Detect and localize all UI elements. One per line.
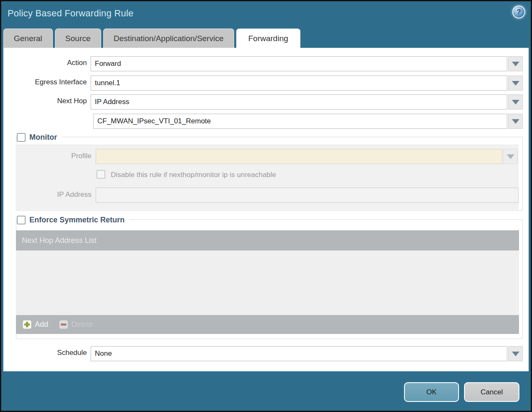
help-glyph: ? xyxy=(516,8,521,16)
next-hop-address-dropdown-button[interactable] xyxy=(508,114,523,129)
action-value[interactable]: Forward xyxy=(91,56,507,71)
tab-source[interactable]: Source xyxy=(55,29,101,48)
schedule-value[interactable]: None xyxy=(91,346,507,361)
next-hop-address-list-body[interactable] xyxy=(16,250,519,315)
tab-forwarding[interactable]: Forwarding xyxy=(236,29,300,48)
egress-interface-label: Egress Interface xyxy=(3,78,87,86)
next-hop-address-list-toolbar: Add Delete xyxy=(16,315,519,334)
help-icon[interactable]: ? xyxy=(512,5,525,18)
tab-destination-application-service[interactable]: Destination/Application/Service xyxy=(103,29,234,48)
next-hop-address-list-header: Next Hop Address List xyxy=(16,230,519,250)
forwarding-tab-panel: Action Forward Egress Interface tunnel.1… xyxy=(3,48,529,371)
tab-general-label: General xyxy=(14,34,42,43)
title-bar: Policy Based Forwarding Rule ? xyxy=(1,1,531,27)
monitor-ip-address-label: IP Address xyxy=(3,190,91,199)
monitor-legend: Monitor xyxy=(17,132,61,143)
symmetric-return-checkbox[interactable] xyxy=(17,216,26,224)
dialog-title: Policy Based Forwarding Rule xyxy=(8,8,133,19)
action-dropdown-button[interactable] xyxy=(508,56,523,71)
disable-rule-checkbox xyxy=(96,170,105,179)
disable-rule-label: Disable this rule if nexthop/monitor ip … xyxy=(111,171,276,179)
plus-icon xyxy=(23,320,31,329)
action-dropdown: Forward xyxy=(91,56,523,71)
monitor-title: Monitor xyxy=(29,133,57,142)
minus-icon xyxy=(59,320,68,329)
schedule-dropdown: None xyxy=(91,346,523,361)
egress-interface-value[interactable]: tunnel.1 xyxy=(91,76,507,91)
monitor-ip-address-input xyxy=(96,188,519,203)
chevron-down-icon xyxy=(512,81,519,86)
tab-forwarding-label: Forwarding xyxy=(248,34,288,43)
monitor-checkbox[interactable] xyxy=(17,133,26,142)
profile-value xyxy=(96,149,502,164)
next-hop-type-dropdown: IP Address xyxy=(91,94,523,110)
cancel-button[interactable]: Cancel xyxy=(464,382,519,402)
chevron-down-icon xyxy=(512,352,519,356)
chevron-down-icon xyxy=(512,62,519,66)
add-button[interactable]: Add xyxy=(23,320,48,329)
chevron-down-icon xyxy=(507,154,514,159)
schedule-dropdown-button[interactable] xyxy=(508,346,523,361)
schedule-label: Schedule xyxy=(3,349,87,357)
symmetric-return-legend: Enforce Symmetric Return xyxy=(17,214,129,225)
add-button-label: Add xyxy=(35,320,48,329)
symmetric-return-title: Enforce Symmetric Return xyxy=(29,216,125,224)
next-hop-type-value[interactable]: IP Address xyxy=(91,94,507,110)
next-hop-type-dropdown-button[interactable] xyxy=(508,94,523,110)
egress-interface-dropdown: tunnel.1 xyxy=(91,76,523,91)
ok-button-label: OK xyxy=(426,388,437,396)
tab-source-label: Source xyxy=(65,34,91,43)
pbf-rule-dialog: Policy Based Forwarding Rule ? General S… xyxy=(1,1,531,411)
next-hop-label: Next Hop xyxy=(3,97,87,105)
delete-button: Delete xyxy=(59,320,93,329)
delete-button-label: Delete xyxy=(71,320,93,329)
egress-interface-dropdown-button[interactable] xyxy=(508,76,523,91)
profile-dropdown xyxy=(96,149,518,164)
ok-button[interactable]: OK xyxy=(404,382,459,402)
chevron-down-icon xyxy=(512,100,519,104)
tab-bar: General Source Destination/Application/S… xyxy=(3,29,300,48)
tab-general[interactable]: General xyxy=(3,29,53,48)
cancel-button-label: Cancel xyxy=(481,388,503,396)
next-hop-address-dropdown: CF_MWAN_IPsec_VTI_01_Remote xyxy=(93,114,523,129)
next-hop-address-value[interactable]: CF_MWAN_IPsec_VTI_01_Remote xyxy=(93,114,507,129)
profile-label: Profile xyxy=(3,152,91,160)
tab-destination-label: Destination/Application/Service xyxy=(114,34,224,43)
chevron-down-icon xyxy=(512,119,519,124)
action-label: Action xyxy=(3,59,87,67)
profile-dropdown-button xyxy=(503,149,518,164)
